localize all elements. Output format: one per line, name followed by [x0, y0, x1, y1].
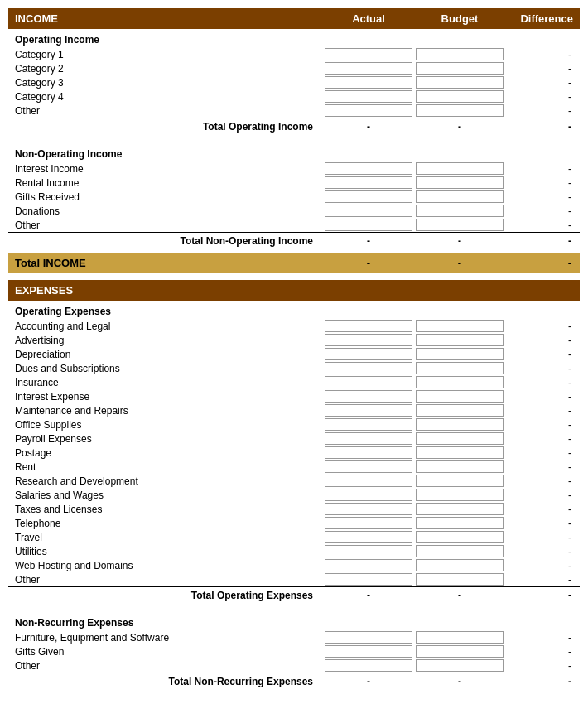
grand-total-actual: -	[323, 253, 414, 273]
total-diff: -	[505, 233, 580, 250]
budget-input-cell[interactable]	[414, 446, 505, 460]
budget-input-cell[interactable]	[414, 162, 505, 176]
actual-input-cell[interactable]	[323, 75, 414, 89]
actual-input-cell[interactable]	[323, 47, 414, 61]
item-label: Payroll Expenses	[8, 431, 323, 446]
actual-input-cell[interactable]	[323, 474, 414, 488]
actual-input-cell[interactable]	[323, 104, 414, 118]
budget-input-cell[interactable]	[414, 488, 505, 502]
spacer	[8, 604, 580, 612]
list-item: Depreciation -	[8, 347, 580, 361]
actual-input-cell[interactable]	[323, 176, 414, 190]
list-item: Other -	[8, 658, 580, 673]
grand-total-diff: -	[505, 253, 580, 273]
diff-value: -	[505, 446, 580, 460]
item-label: Category 3	[8, 75, 323, 89]
actual-input-cell[interactable]	[323, 89, 414, 104]
budget-input-cell[interactable]	[414, 104, 505, 118]
list-item: Postage -	[8, 446, 580, 460]
actual-input-cell[interactable]	[323, 319, 414, 333]
budget-input-cell[interactable]	[414, 544, 505, 558]
budget-input-cell[interactable]	[414, 75, 505, 89]
budget-input-cell[interactable]	[414, 389, 505, 403]
budget-input-cell[interactable]	[414, 361, 505, 375]
actual-input-cell[interactable]	[323, 530, 414, 544]
budget-input-cell[interactable]	[414, 333, 505, 347]
budget-input-cell[interactable]	[414, 190, 505, 204]
budget-input-cell[interactable]	[414, 530, 505, 544]
list-item: Dues and Subscriptions -	[8, 361, 580, 375]
actual-input-cell[interactable]	[323, 658, 414, 673]
budget-input-cell[interactable]	[414, 630, 505, 644]
budget-input-cell[interactable]	[414, 61, 505, 75]
budget-input-cell[interactable]	[414, 347, 505, 361]
actual-input-cell[interactable]	[323, 644, 414, 658]
grand-total-income-row: Total INCOME - - -	[8, 253, 580, 273]
list-item: Gifts Received -	[8, 190, 580, 204]
actual-input-cell[interactable]	[323, 403, 414, 417]
actual-input-cell[interactable]	[323, 558, 414, 572]
diff-value: -	[505, 204, 580, 218]
actual-input-cell[interactable]	[323, 516, 414, 530]
actual-input-cell[interactable]	[323, 162, 414, 176]
item-label: Category 4	[8, 89, 323, 104]
budget-input-cell[interactable]	[414, 460, 505, 474]
budget-input-cell[interactable]	[414, 176, 505, 190]
actual-input-cell[interactable]	[323, 61, 414, 75]
budget-input-cell[interactable]	[414, 502, 505, 516]
budget-input-cell[interactable]	[414, 417, 505, 431]
actual-input-cell[interactable]	[323, 417, 414, 431]
total-budget: -	[414, 673, 505, 691]
total-non-operating-label: Total Non-Operating Income	[8, 233, 323, 250]
operating-expenses-label-row: Operating Expenses	[8, 301, 580, 319]
actual-input-cell[interactable]	[323, 218, 414, 233]
actual-input-cell[interactable]	[323, 431, 414, 446]
diff-value: -	[505, 530, 580, 544]
budget-input-cell[interactable]	[414, 89, 505, 104]
total-non-operating-income-row: Total Non-Operating Income - - -	[8, 233, 580, 250]
budget-input-cell[interactable]	[414, 431, 505, 446]
list-item: Interest Expense -	[8, 389, 580, 403]
list-item: Donations -	[8, 204, 580, 218]
diff-value: -	[505, 61, 580, 75]
diff-value: -	[505, 389, 580, 403]
actual-input-cell[interactable]	[323, 333, 414, 347]
budget-input-cell[interactable]	[414, 218, 505, 233]
income-header-label: INCOME	[8, 8, 323, 29]
budget-input-cell[interactable]	[414, 47, 505, 61]
budget-input-cell[interactable]	[414, 644, 505, 658]
actual-input-cell[interactable]	[323, 544, 414, 558]
diff-value: -	[505, 104, 580, 118]
actual-input-cell[interactable]	[323, 190, 414, 204]
actual-input-cell[interactable]	[323, 204, 414, 218]
actual-input-cell[interactable]	[323, 347, 414, 361]
actual-input-cell[interactable]	[323, 361, 414, 375]
actual-input-cell[interactable]	[323, 572, 414, 587]
actual-input-cell[interactable]	[323, 375, 414, 389]
budget-input-cell[interactable]	[414, 558, 505, 572]
actual-input-cell[interactable]	[323, 389, 414, 403]
item-label: Donations	[8, 204, 323, 218]
expenses-header-label: EXPENSES	[8, 280, 580, 301]
actual-input-cell[interactable]	[323, 446, 414, 460]
actual-input-cell[interactable]	[323, 460, 414, 474]
list-item: Advertising -	[8, 333, 580, 347]
budget-input-cell[interactable]	[414, 319, 505, 333]
budget-input-cell[interactable]	[414, 658, 505, 673]
actual-input-cell[interactable]	[323, 488, 414, 502]
budget-input-cell[interactable]	[414, 204, 505, 218]
actual-input-cell[interactable]	[323, 502, 414, 516]
budget-input-cell[interactable]	[414, 572, 505, 587]
budget-input-cell[interactable]	[414, 474, 505, 488]
item-label: Travel	[8, 530, 323, 544]
list-item: Utilities -	[8, 544, 580, 558]
list-item: Category 3 -	[8, 75, 580, 89]
diff-value: -	[505, 47, 580, 61]
actual-input-cell[interactable]	[323, 630, 414, 644]
budget-input-cell[interactable]	[414, 516, 505, 530]
diff-value: -	[505, 488, 580, 502]
diff-value: -	[505, 176, 580, 190]
budget-input-cell[interactable]	[414, 375, 505, 389]
item-label: Utilities	[8, 544, 323, 558]
budget-input-cell[interactable]	[414, 403, 505, 417]
